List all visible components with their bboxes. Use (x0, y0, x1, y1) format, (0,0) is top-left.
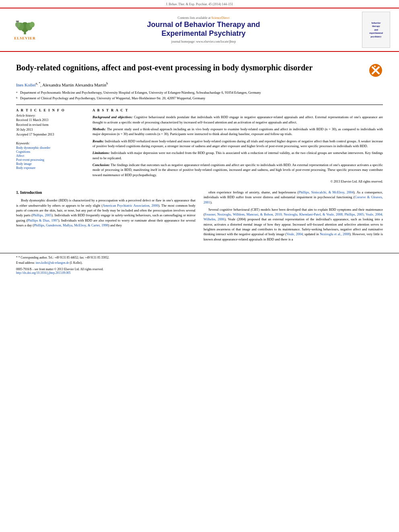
conclusion-label: Conclusion: (93, 163, 110, 167)
keyword-1: Body dysmorphic disorder (16, 146, 84, 150)
ref-veale2004[interactable]: Veale, 2004 (286, 232, 302, 236)
sciencedirect-link[interactable]: ScienceDirect (212, 16, 230, 20)
received-value: Received 11 March 2013 (16, 118, 84, 122)
intro-para-right-2: Several cognitive behavioural (CBT) mode… (204, 207, 383, 242)
issn-line: 0005-7916/$ – see front matter © 2013 El… (16, 267, 383, 271)
author-separator: , Alexandra Martin (40, 82, 74, 87)
abstract-methods: Methods: The present study used a think-… (93, 127, 383, 137)
keyword-link-5[interactable]: Body image (16, 162, 32, 166)
revised-value: 30 July 2013 (16, 128, 84, 131)
elsevier-tree-icon (13, 19, 37, 35)
keyword-link-6[interactable]: Body exposure (16, 166, 35, 170)
keywords-label: Keywords: (16, 142, 84, 145)
cover-image: behaviortherapyandexperimentalpsychiatry (362, 12, 390, 48)
intro-para-right-1: often experience feelings of anxiety, sh… (204, 190, 383, 205)
history-label: Article history: (16, 114, 84, 117)
elsevier-wordmark: ELSEVIER (14, 36, 36, 40)
email-note: (I. Kollei). (70, 261, 82, 265)
article-info-title: A R T I C L E I N F O (16, 108, 84, 112)
doi-line: http://dx.doi.org/10.1016/j.jbtep.2013.0… (16, 271, 383, 275)
svg-rect-6 (17, 21, 18, 28)
abstract-title: A B S T R A C T (93, 108, 383, 112)
results-text: Individuals with BDD verbalized more bod… (93, 139, 383, 148)
footnote-email: E-mail address: ines.kollei@uk-erlangen.… (16, 261, 383, 265)
background-label: Background and objectives: (93, 115, 133, 119)
affil-a-line: a Department of Psychosomatic Medicine a… (16, 90, 383, 95)
body-col-left: 1. Introduction Body dysmorphic disorder… (16, 190, 195, 244)
affil-b-text: Department of Clinical Psychology and Ps… (20, 96, 206, 101)
author-kollei[interactable]: Ines Kollei (16, 82, 36, 87)
doi-link[interactable]: http://dx.doi.org/10.1016/j.jbtep.2013.0… (16, 271, 71, 275)
keyword-6: Body exposure (16, 166, 84, 170)
ref-cororve[interactable]: Cororve & Gleaves, 2001 (204, 195, 383, 204)
abstract-results: Results: Individuals with BDD verbalized… (93, 139, 383, 149)
keyword-2: Cognitions (16, 150, 84, 154)
ref-phillips-diaz[interactable]: Phillips & Diaz, 1997 (27, 218, 58, 222)
affil-b-line: b Department of Clinical Psychology and … (16, 96, 383, 101)
intro-para-left: Body dysmorphic disorder (BDD) is charac… (16, 198, 195, 228)
ref-phillips2005-1[interactable]: Phillips, 2005 (33, 213, 51, 217)
methods-text: The present study used a think-aloud app… (93, 127, 383, 136)
corresponding-label: * Corresponding author. (19, 256, 48, 259)
copyright-line: © 2013 Elsevier Ltd. All rights reserved… (93, 180, 383, 183)
email-link[interactable]: ines.kollei@uk-erlangen.de (36, 261, 69, 265)
abstract-limitations: Limitations: Individuals with major depr… (93, 150, 383, 160)
footer-area: * * Corresponding author. Tel.: +49 9131… (0, 253, 399, 275)
ref-phillips-siniscalchi[interactable]: Phillips, Siniscalchi, & McElroy, 2004 (298, 190, 353, 194)
affil-b-letter: b (16, 96, 19, 101)
limitations-text: Individuals with major depression were n… (93, 151, 383, 160)
cover-text: behaviortherapyandexperimentalpsychiatry (369, 21, 383, 38)
keyword-link-4[interactable]: Post-event processing (16, 158, 44, 162)
citation-bar: J. Behav. Ther. & Exp. Psychiat. 45 (201… (0, 0, 399, 8)
section-title: Introduction (20, 190, 42, 195)
journal-title-line2: Experimental Psychiatry (161, 29, 245, 37)
limitations-label: Limitations: (93, 151, 110, 155)
results-label: Results: (93, 139, 104, 143)
accepted-value: Accepted 17 September 2013 (16, 133, 84, 136)
crossmark-icon (368, 63, 383, 78)
keyword-4: Post-event processing (16, 158, 84, 162)
affiliations: a Department of Psychosomatic Medicine a… (16, 90, 383, 101)
affil-a-text: Department of Psychosomatic Medicine and… (20, 90, 261, 95)
intro-heading: 1. Introduction (16, 190, 195, 196)
svg-rect-7 (16, 21, 19, 22)
divider-1 (16, 105, 383, 105)
citation-text: J. Behav. Ther. & Exp. Psychiat. 45 (201… (166, 2, 233, 6)
elsevier-logo: ELSEVIER (5, 19, 45, 40)
svg-point-5 (30, 22, 35, 27)
footnote-corresponding: * * Corresponding author. Tel.: +49 9131… (16, 256, 383, 260)
ref-feusner[interactable]: Feusner, Neziroglu, Wilhlem, Mancusi, & … (204, 212, 383, 221)
journal-title-line1: Journal of Behavior Therapy and (147, 21, 260, 29)
affil-super-b: b (106, 82, 108, 85)
background-text: Cognitive behavioural models postulate t… (93, 115, 383, 124)
section-number: 1. (16, 190, 19, 195)
email-label: E-mail address: (16, 261, 35, 265)
article-info: A R T I C L E I N F O Article history: R… (16, 108, 84, 183)
paper-title-text: Body-related cognitions, affect and post… (16, 62, 368, 73)
author-martin-name: Alexandra Martin (75, 82, 107, 87)
methods-label: Methods: (93, 127, 106, 131)
journal-header-center: Contents lists available at ScienceDirec… (45, 16, 362, 43)
homepage-text: journal homepage: www.elsevier.com/locat… (171, 40, 236, 43)
affil-super-a: a, * (36, 82, 41, 85)
body-columns: 1. Introduction Body dysmorphic disorder… (16, 190, 383, 244)
abstract-col: A B S T R A C T Background and objective… (93, 108, 383, 183)
ref-neziroglu2008[interactable]: Neziroglu et al., 2008 (320, 232, 350, 236)
article-body: A R T I C L E I N F O Article history: R… (16, 108, 383, 183)
sciencedirect-line: Contents lists available at ScienceDirec… (45, 16, 362, 20)
keyword-link-2[interactable]: Cognitions (16, 150, 30, 154)
keyword-link-3[interactable]: Affect (16, 154, 24, 158)
contents-label: Contents lists available at (178, 16, 211, 20)
body-col-right: often experience feelings of anxiety, sh… (204, 190, 383, 244)
keyword-link-1[interactable]: Body dysmorphic disorder (16, 146, 50, 150)
ref-phillips-gunderson[interactable]: Phillips, Gunderson, Mallya, McElroy, & … (34, 223, 108, 227)
journal-title: Journal of Behavior Therapy and Experime… (45, 21, 362, 38)
revised-label: Received in revised form (16, 123, 84, 127)
ref-apa2000[interactable]: American Psychiatric Association, 2000 (103, 203, 158, 207)
abstract-text: Background and objectives: Cognitive beh… (93, 115, 383, 177)
journal-homepage: journal homepage: www.elsevier.com/locat… (45, 40, 362, 43)
abstract-conclusion: Conclusion: The findings indicate that o… (93, 162, 383, 177)
tel-fax: Tel.: +49 9131 85 44652; fax: +49 9131 8… (48, 256, 109, 259)
abstract-background: Background and objectives: Cognitive beh… (93, 115, 383, 125)
journal-header: ELSEVIER Contents lists available at Sci… (0, 8, 399, 52)
